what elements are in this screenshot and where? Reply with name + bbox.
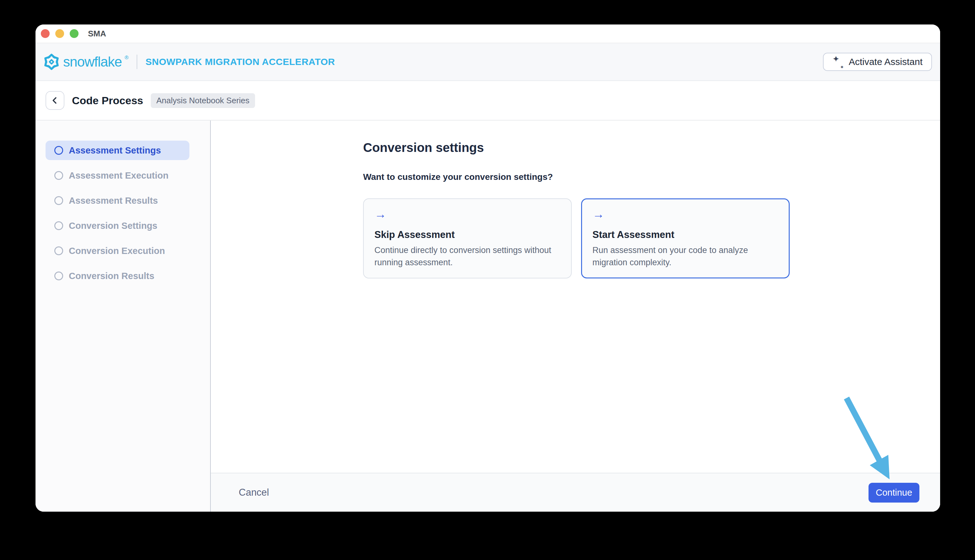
main-panel: Conversion settings Want to customize yo… <box>211 120 940 512</box>
action-bar: Cancel Continue <box>211 473 940 512</box>
titlebar: SMA <box>35 25 940 43</box>
sidebar-item-assessment-results[interactable]: Assessment Results <box>45 191 189 210</box>
card-description: Continue directly to conversion settings… <box>374 244 560 269</box>
step-radio-icon <box>54 146 63 155</box>
content-area: Assessment Settings Assessment Execution… <box>35 120 940 512</box>
page-title: Code Process <box>72 95 143 107</box>
cancel-button[interactable]: Cancel <box>239 487 269 498</box>
brand-wordmark: snowflake <box>63 54 122 70</box>
sidebar-item-label: Assessment Results <box>69 195 158 206</box>
start-assessment-card[interactable]: → Start Assessment Run assessment on you… <box>581 198 790 278</box>
sidebar-item-conversion-results[interactable]: Conversion Results <box>45 266 189 286</box>
sidebar-item-label: Assessment Settings <box>69 145 161 156</box>
chevron-left-icon <box>50 95 60 106</box>
sidebar-item-conversion-execution[interactable]: Conversion Execution <box>45 241 189 260</box>
card-title: Start Assessment <box>593 229 778 240</box>
step-radio-icon <box>54 171 63 180</box>
registered-mark: ® <box>125 55 129 61</box>
sidebar-item-assessment-settings[interactable]: Assessment Settings <box>45 141 189 160</box>
snowflake-icon <box>42 53 61 71</box>
app-window: SMA snowflake ® SNOWPARK MIGRATION ACCEL… <box>35 25 940 512</box>
sidebar-item-label: Conversion Execution <box>69 246 165 256</box>
desktop-background: { "window": { "title": "SMA" }, "header"… <box>0 0 975 560</box>
sparkles-icon: ✦ ✦ <box>832 56 844 67</box>
steps-sidebar: Assessment Settings Assessment Execution… <box>35 120 211 512</box>
card-description: Run assessment on your code to analyze m… <box>593 244 778 269</box>
continue-button[interactable]: Continue <box>868 483 920 503</box>
app-header: snowflake ® SNOWPARK MIGRATION ACCELERAT… <box>35 43 940 81</box>
zoom-button[interactable] <box>70 29 78 38</box>
app-title: SNOWPARK MIGRATION ACCELERATOR <box>145 57 335 67</box>
sidebar-item-label: Conversion Settings <box>69 221 157 231</box>
section-heading: Conversion settings <box>363 141 484 155</box>
minimize-button[interactable] <box>55 29 64 38</box>
brand-divider <box>137 55 137 69</box>
step-radio-icon <box>54 247 63 255</box>
section-question: Want to customize your conversion settin… <box>363 172 553 182</box>
card-title: Skip Assessment <box>374 229 560 240</box>
arrow-right-icon: → <box>593 208 778 220</box>
brand-logo: snowflake ® <box>42 53 129 71</box>
sidebar-item-label: Assessment Execution <box>69 170 169 181</box>
close-button[interactable] <box>41 29 50 38</box>
series-badge: Analysis Notebook Series <box>151 93 255 108</box>
activate-assistant-button[interactable]: ✦ ✦ Activate Assistant <box>823 53 932 71</box>
step-radio-icon <box>54 272 63 280</box>
skip-assessment-card[interactable]: → Skip Assessment Continue directly to c… <box>363 198 572 278</box>
option-cards: → Skip Assessment Continue directly to c… <box>363 198 790 278</box>
back-button[interactable] <box>45 91 64 110</box>
sidebar-item-conversion-settings[interactable]: Conversion Settings <box>45 216 189 235</box>
window-controls <box>41 29 78 38</box>
window-title: SMA <box>88 29 106 38</box>
sidebar-item-assessment-execution[interactable]: Assessment Execution <box>45 166 189 185</box>
activate-assistant-label: Activate Assistant <box>849 57 923 67</box>
step-radio-icon <box>54 221 63 230</box>
page-toolbar: Code Process Analysis Notebook Series <box>35 81 940 120</box>
sidebar-item-label: Conversion Results <box>69 271 154 281</box>
sparkle-large: ✦ <box>832 55 840 63</box>
sparkle-small: ✦ <box>840 65 844 69</box>
step-radio-icon <box>54 196 63 205</box>
arrow-right-icon: → <box>374 208 560 220</box>
